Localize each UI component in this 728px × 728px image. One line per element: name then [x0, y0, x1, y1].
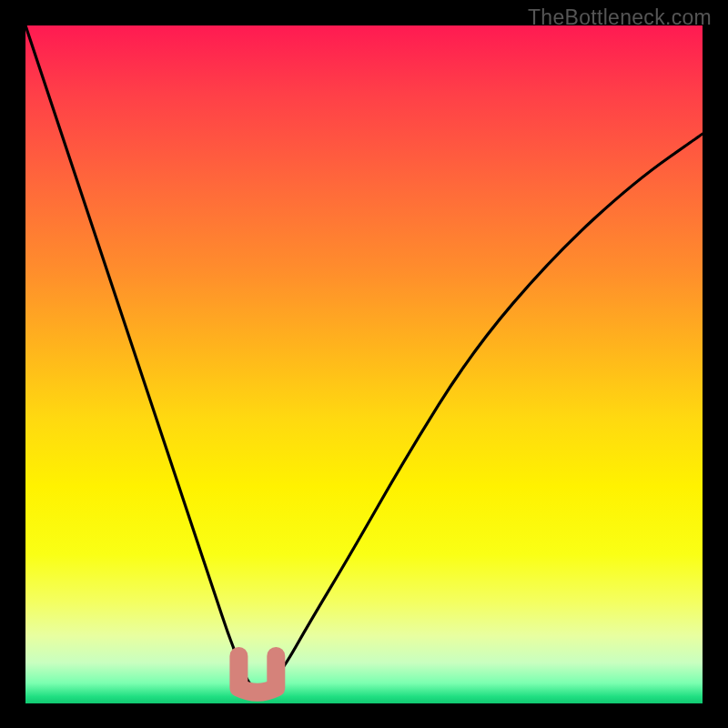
bottleneck-curve-line	[25, 25, 703, 690]
plot-area	[25, 25, 703, 703]
watermark-text: TheBottleneck.com	[528, 5, 712, 30]
vertex-marker	[238, 656, 276, 693]
chart-container: TheBottleneck.com	[0, 0, 728, 728]
curve-svg	[25, 25, 703, 703]
